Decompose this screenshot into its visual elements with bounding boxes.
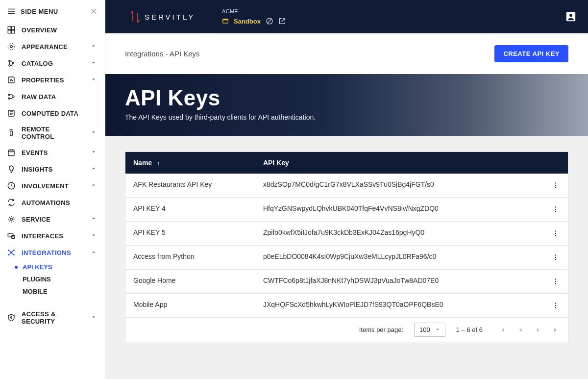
svg-point-51 (555, 283, 556, 284)
col-header-api-key[interactable]: API Key (255, 152, 543, 174)
svg-point-50 (555, 281, 556, 282)
sidebar-item-catalog[interactable]: CATALOG (0, 55, 105, 72)
sidebar-subitem-label: PLUGINS (23, 276, 51, 283)
page-last-icon[interactable] (552, 326, 560, 334)
svg-point-49 (555, 278, 556, 279)
svg-point-48 (555, 259, 556, 260)
page-prev-icon[interactable] (517, 327, 524, 333)
service-icon (7, 215, 16, 224)
sidebar-subitem-label: API KEYS (23, 263, 52, 271)
sidebar-item-label: INTEGRATIONS (22, 249, 83, 256)
sidebar-subitem-mobile[interactable]: MOBILE (14, 285, 105, 298)
chevron-down-icon (89, 232, 98, 240)
tenant-env-row: Sandbox (222, 17, 565, 25)
close-sidebar-icon[interactable] (89, 7, 98, 16)
sidebar-item-integrations[interactable]: INTEGRATIONS (0, 244, 105, 261)
involvement-icon (7, 181, 16, 190)
tenant-block: ACME Sandbox (208, 0, 565, 33)
table-row[interactable]: Google HomeCWTFCo6p8t1jfaXJ8nNKt7yhDSWJ3… (125, 269, 568, 293)
sidebar-item-label: APPEARANCE (22, 43, 83, 51)
chevron-down-icon (89, 314, 98, 322)
table-row[interactable]: AFK Restaurants API Keyx8dzSOp7MC0d/gC1r… (125, 174, 568, 197)
create-api-key-button[interactable]: CREATE API KEY (494, 45, 568, 62)
row-menu-icon[interactable] (551, 277, 560, 286)
page-next-icon[interactable] (535, 327, 541, 333)
sidebar-item-remote-control[interactable]: REMOTE CONTROL (0, 122, 105, 144)
chevron-down-icon (89, 166, 98, 173)
cell-api-key: Zpifo0kwfX5iIJofa7u9K3ckDb3ExKJ04Zas16pg… (255, 222, 543, 245)
items-per-page-label: Items per page: (359, 326, 403, 333)
pager (498, 326, 560, 334)
api-keys-table: Name ↑ API Key AFK Restaurants API Keyx8… (125, 152, 568, 342)
sidebar-item-involvement[interactable]: INVOLVEMENT (0, 177, 105, 194)
table-row[interactable]: API KEY 5Zpifo0kwfX5iIJofa7u9K3ckDb3ExKJ… (125, 221, 568, 245)
row-menu-icon[interactable] (551, 253, 560, 262)
sidebar-item-computed-data[interactable]: COMPUTED DATA (0, 105, 105, 122)
caret-down-icon (435, 326, 440, 333)
chevron-down-icon (89, 76, 98, 84)
sidebar-item-raw-data[interactable]: RAW DATA (0, 88, 105, 105)
menu-icon[interactable] (7, 7, 16, 16)
sidebar-subitem-api-keys[interactable]: API KEYS (14, 261, 105, 273)
cell-name: API KEY 5 (125, 222, 255, 245)
sidebar-item-label: EVENTS (22, 149, 83, 156)
page-hero: API Keys The API Keys used by third-part… (105, 74, 588, 136)
cell-actions (543, 222, 568, 245)
items-per-page-select[interactable]: 100 (414, 323, 445, 337)
open-external-icon[interactable] (278, 17, 286, 25)
svg-point-11 (9, 60, 10, 62)
svg-point-38 (555, 185, 556, 186)
row-menu-icon[interactable] (551, 228, 560, 238)
svg-point-9 (8, 43, 15, 50)
sidebar-item-overview[interactable]: OVERVIEW (0, 22, 105, 38)
env-label[interactable]: Sandbox (234, 18, 261, 25)
sidebar-subitem-label: MOBILE (23, 288, 48, 295)
svg-point-36 (569, 14, 572, 17)
tenant-name: ACME (222, 8, 565, 14)
sidebar-subitem-plugins[interactable]: PLUGINS (14, 273, 105, 285)
cell-name: Mobile App (125, 294, 255, 317)
bullet-icon (15, 290, 18, 293)
account-icon[interactable] (565, 11, 576, 22)
chevron-down-icon (89, 129, 98, 137)
svg-point-44 (555, 233, 556, 234)
cell-name: API KEY 4 (125, 198, 255, 221)
brand: SERVITLY (105, 0, 208, 33)
row-menu-icon[interactable] (551, 204, 560, 214)
sidebar-header: SIDE MENU (0, 5, 105, 22)
page-first-icon[interactable] (498, 326, 506, 334)
interfaces-icon (7, 231, 16, 240)
bullet-icon (15, 266, 18, 269)
cell-actions (543, 246, 568, 269)
sidebar-item-interfaces[interactable]: INTERFACES (0, 227, 105, 244)
table-row[interactable]: Access from Pythonp0eELbDO0084K4sI0Wp9Cj… (125, 245, 568, 269)
cell-actions (543, 198, 568, 221)
svg-point-46 (555, 254, 556, 255)
table-row[interactable]: Mobile AppJXqHQFScXd5hkwhLyKWIoPlEJD7fS9… (125, 293, 568, 317)
automations-icon (7, 198, 16, 207)
overview-icon (7, 25, 16, 34)
sidebar-item-insights[interactable]: INSIGHTS (0, 161, 105, 177)
col-header-name[interactable]: Name ↑ (125, 152, 255, 174)
properties-icon (7, 76, 16, 84)
sidebar-item-access-security[interactable]: ACCESS & SECURITY (0, 306, 105, 329)
top-header: SERVITLY ACME Sandbox (105, 0, 588, 33)
svg-point-15 (8, 94, 10, 96)
sidebar-item-appearance[interactable]: APPEARANCE (0, 38, 105, 55)
sidebar-item-properties[interactable]: PROPERTIES (0, 72, 105, 88)
table-row[interactable]: API KEY 4HfqYzGNSwpydLQhvkUBK040TfqFe4Vv… (125, 197, 568, 221)
svg-point-13 (12, 63, 14, 64)
svg-rect-5 (8, 26, 11, 29)
svg-rect-7 (8, 30, 11, 33)
row-menu-icon[interactable] (551, 301, 560, 310)
sidebar-item-automations[interactable]: AUTOMATIONS (0, 194, 105, 211)
svg-point-52 (555, 303, 556, 303)
catalog-icon (7, 59, 16, 68)
layers-icon (222, 18, 229, 25)
no-entry-icon[interactable] (266, 17, 273, 25)
svg-point-12 (9, 65, 10, 66)
computed-data-icon (7, 109, 16, 118)
sidebar-item-service[interactable]: SERVICE (0, 211, 105, 227)
row-menu-icon[interactable] (551, 180, 560, 190)
sidebar-item-events[interactable]: EVENTS (0, 144, 105, 161)
